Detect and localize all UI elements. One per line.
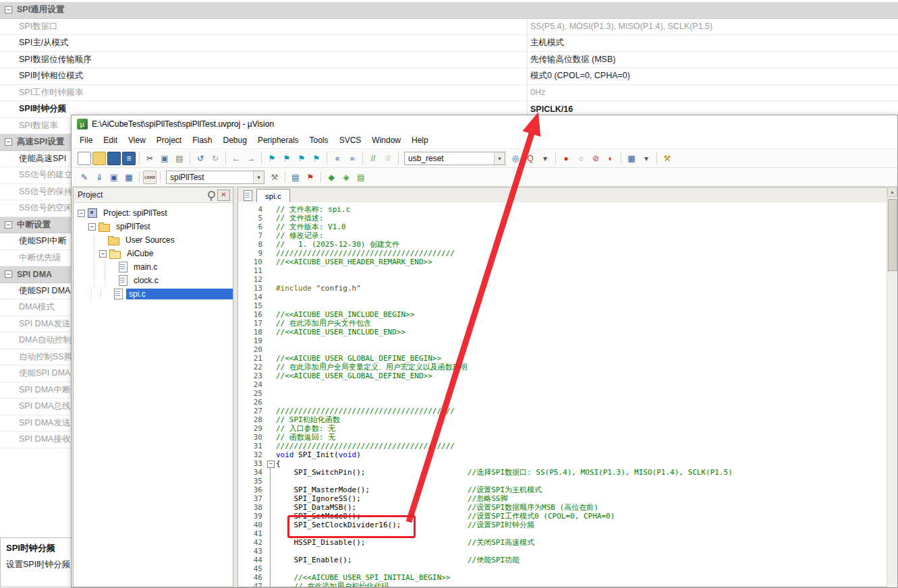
save-icon[interactable] [107,152,121,165]
code-line[interactable]: 23//<<AICUBE_USER_GLOBAL_DEFINE_END>> [238,372,887,380]
build-icon[interactable]: ⇓ [92,171,106,184]
settings-row[interactable]: SPI数据位传输顺序先传输高位数据 (MSB) [0,52,898,69]
code-line[interactable]: 22// 在此添加用户全局变量定义、用户宏定义以及函数声明 [238,363,887,372]
save-all-icon[interactable]: ≡ [122,152,136,165]
configure-wrench-icon[interactable]: ⚒ [661,152,674,165]
manage-books-icon[interactable]: ▤ [354,171,368,184]
menu-flash[interactable]: Flash [187,133,217,149]
tree-item[interactable]: −AiCube [74,247,233,260]
tree-item[interactable]: −Project: spiPllTest [74,206,233,220]
settings-row[interactable]: SPI时钟相位模式模式0 (CPOL=0, CPHA=0) [0,68,898,85]
project-panel-header[interactable]: Project ✕ [74,187,233,203]
menu-window[interactable]: Window [366,133,406,149]
code-line[interactable]: 20 [238,345,887,354]
tree-item[interactable]: −spiPllTest [74,220,233,233]
code-line[interactable]: 25 [238,389,887,398]
code-line[interactable]: 10//<<AICUBE_USER_HEADER_REMARK_END>> [238,258,887,266]
tree-expand-toggle[interactable]: − [78,210,85,217]
code-line[interactable]: 19 [238,336,887,345]
translate-file-icon[interactable]: ✎ [78,171,91,184]
code-line[interactable]: 18//<<AICUBE_USER_INCLUDE_END>> [238,328,887,336]
code-line[interactable]: 7// 修改记录: [238,231,887,240]
batch-build-icon[interactable]: ▦ [122,171,136,184]
open-folder-icon[interactable] [92,152,106,165]
code-line[interactable]: 12 [238,275,887,284]
new-file-icon[interactable] [78,152,91,165]
menu-svcs[interactable]: SVCS [334,133,367,149]
code-editor[interactable]: 4// 文件名称: spi.c5// 文件描述: 6// 文件版本: V1.07… [238,202,887,587]
scroll-up-arrow-icon[interactable]: ▲ [887,187,897,197]
code-line[interactable]: 47 // 在此添加用户初始化代码 [238,582,887,587]
find-icon[interactable]: Q [524,152,537,165]
breakpoint-disable-icon[interactable]: ○ [574,152,588,165]
settings-row[interactable]: SPI主/从模式主机模式 [0,35,898,52]
settings-section-header[interactable]: −SPI通用设置 [0,2,898,19]
pin-icon[interactable] [208,191,215,198]
tree-expand-toggle[interactable]: − [99,250,107,258]
indent-icon[interactable]: » [345,152,359,165]
search-combo[interactable]: usb_reset▾ [404,152,505,165]
code-line[interactable]: 26 [238,398,887,407]
pack-installer-icon[interactable]: ◈ [339,171,353,184]
settings-row[interactable]: SPI数据口SS(P5.4), MOSI(P1.3), MISO(P1.4), … [0,19,898,36]
find-in-files-icon[interactable]: ◎ [509,152,522,165]
code-line[interactable]: 24 [238,380,887,389]
code-line[interactable]: 36 SPI_MasterMode();//设置SPI为主机模式 [238,486,887,494]
forward-arrow-icon[interactable]: → [244,152,258,165]
menu-file[interactable]: File [74,133,98,149]
code-line[interactable]: 44 SPI_Enable();//使能SPI功能 [238,556,887,564]
code-line[interactable]: 9///////////////////////////////////////… [238,249,887,258]
editor-vertical-scrollbar[interactable]: ▲ [887,187,897,587]
download-icon[interactable]: LOAD [143,171,157,184]
file-extensions-icon[interactable]: ▤ [289,171,302,184]
collapse-icon[interactable]: − [5,221,12,229]
target-combo[interactable]: spiPllTest▾ [166,171,264,184]
code-line[interactable]: 31//////////////////////////////////////… [238,442,887,450]
code-line[interactable]: 33−{ [238,459,887,468]
cut-icon[interactable]: ✂ [143,152,157,165]
window-layout-icon[interactable]: ▦ [625,152,638,165]
menu-view[interactable]: View [123,133,151,149]
code-line[interactable]: 6// 文件版本: V1.0 [238,223,887,231]
layout-dropdown-icon[interactable]: ▾ [640,152,653,165]
target-combo-dropdown-icon[interactable]: ▾ [253,171,264,183]
code-line[interactable]: 30// 函数返回: 无 [238,433,887,442]
comment-icon[interactable]: // [366,152,380,165]
code-line[interactable]: 28// SPI初始化函数 [238,415,887,424]
collapse-icon[interactable]: − [5,270,12,278]
uncomment-icon[interactable]: // [381,152,395,165]
rebuild-all-icon[interactable]: ▣ [107,171,121,184]
code-line[interactable]: 16//<<AICUBE_USER_INCLUDE_BEGIN>> [238,310,887,319]
code-line[interactable]: 17// 在此添加用户头文件包含 [238,319,887,328]
menu-project[interactable]: Project [151,133,187,149]
code-line[interactable]: 34 SPI_SwitchPin();//选择SPI数据口: SS(P5.4),… [238,468,887,477]
tree-item[interactable]: spi.c [74,287,233,301]
breakpoint-icon[interactable]: ● [559,152,573,165]
menu-tools[interactable]: Tools [304,133,334,149]
unindent-icon[interactable]: « [331,152,344,165]
fold-toggle-icon[interactable]: − [267,461,275,468]
code-line[interactable]: 43 [238,547,887,556]
scrollbar-thumb[interactable] [888,199,897,271]
code-line[interactable]: 40 SPI_SetClockDivider16();//设置SPI时钟分频 [238,521,887,529]
target-flag-icon[interactable]: ⚑ [304,171,317,184]
menu-debug[interactable]: Debug [218,133,252,149]
bookmark-prev-icon[interactable]: ⚑ [280,152,293,165]
code-line[interactable]: 4// 文件名称: spi.c [238,205,887,214]
code-line[interactable]: 39 SPI_SetMode0();//设置SPI工作模式0 (CPOL=0, … [238,512,887,521]
code-line[interactable]: 37 SPI_IgnoreSS();//忽略SS脚 [238,494,887,503]
undo-icon[interactable]: ↺ [194,152,207,165]
code-line[interactable]: 5// 文件描述: [238,214,887,223]
code-line[interactable]: 41 [238,529,887,538]
collapse-icon[interactable]: − [5,6,12,13]
code-line[interactable]: 46 //<<AICUBE_USER_SPI_INITIAL_BEGIN>> [238,573,887,582]
tree-expand-toggle[interactable]: − [88,223,96,231]
menu-peripherals[interactable]: Peripherals [252,133,304,149]
code-line[interactable]: 29// 入口参数: 无 [238,424,887,433]
code-line[interactable]: 14 [238,293,887,301]
find-dropdown-icon[interactable]: ▾ [538,152,552,165]
bookmark-toggle-icon[interactable]: ⚑ [265,152,279,165]
tree-item[interactable]: User Sources [74,233,233,247]
code-line[interactable]: 27//////////////////////////////////////… [238,407,887,415]
collapse-icon[interactable]: − [5,138,12,146]
